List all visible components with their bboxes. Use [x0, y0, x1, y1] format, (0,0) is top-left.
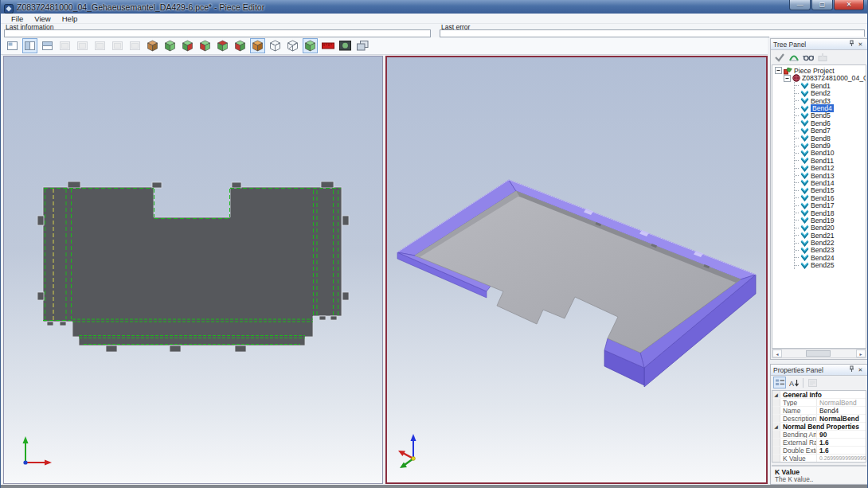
- bend-tool-icon[interactable]: [788, 51, 800, 63]
- properties-panel-header[interactable]: Properties Panel ✕: [771, 365, 867, 376]
- material-icon[interactable]: [320, 38, 335, 53]
- project-icon: [784, 67, 792, 75]
- tree-item-bend20[interactable]: Bend20: [795, 224, 866, 232]
- categorized-icon[interactable]: [773, 377, 786, 388]
- minimize-button[interactable]: —: [789, 0, 811, 10]
- tree-item-bend9[interactable]: Bend9: [795, 142, 866, 149]
- bend-icon: [800, 157, 809, 164]
- view-pane-2-icon[interactable]: [75, 38, 90, 53]
- bend-icon: [800, 217, 809, 224]
- tree-item-bend19[interactable]: Bend19: [795, 217, 866, 224]
- select-tool-icon[interactable]: [773, 51, 786, 63]
- render-mode-icon[interactable]: [338, 38, 353, 53]
- collapse-arrow-icon[interactable]: ◢: [772, 391, 780, 398]
- hidden-line-icon[interactable]: [285, 38, 300, 53]
- tree-item-bend4[interactable]: Bend4: [795, 104, 866, 111]
- property-category[interactable]: ◢Normal Bend Properties: [772, 423, 866, 431]
- pin-icon[interactable]: [847, 40, 856, 49]
- menu-file[interactable]: File: [6, 14, 29, 23]
- bend-icon: [800, 112, 809, 119]
- tree-item-bend15[interactable]: Bend15: [795, 187, 866, 194]
- bend-icon: [800, 209, 809, 217]
- property-row-external-radi-[interactable]: External Radi.1.6: [772, 439, 866, 447]
- tree-panel-toolbar: [771, 50, 867, 64]
- close-button[interactable]: ✕: [834, 0, 864, 10]
- maximize-button[interactable]: ▢: [811, 0, 833, 10]
- tree-item-bend25[interactable]: Bend25: [795, 262, 866, 269]
- pin-icon[interactable]: [847, 365, 856, 374]
- view-split-horizontal-icon[interactable]: [40, 38, 55, 53]
- tree-item-bend6[interactable]: Bend6: [795, 119, 866, 127]
- tree-item-bend3[interactable]: Bend3: [795, 97, 866, 104]
- property-row-description[interactable]: DescriptionNormalBend: [772, 415, 866, 423]
- wireframe-icon[interactable]: [268, 38, 283, 53]
- collapse-icon[interactable]: [784, 75, 791, 82]
- close-icon[interactable]: ✕: [856, 40, 865, 49]
- bend-list: Bend1Bend2Bend3Bend4Bend5Bend6Bend7Bend8…: [794, 82, 866, 269]
- bend-icon: [800, 119, 809, 127]
- property-row-k-value[interactable]: K Value0.26999999999999691: [772, 455, 866, 463]
- close-icon[interactable]: ✕: [856, 365, 865, 374]
- shaded-view-icon[interactable]: [303, 38, 318, 53]
- info-row: Last information Last error: [1, 24, 867, 37]
- menu-help[interactable]: Help: [57, 14, 84, 23]
- view-pane-3-icon[interactable]: [92, 38, 108, 53]
- scroll-right-icon[interactable]: ▸: [856, 349, 866, 357]
- tree-item-bend18[interactable]: Bend18: [795, 209, 866, 217]
- bend-icon: [800, 165, 809, 172]
- tree-item-bend8[interactable]: Bend8: [795, 135, 866, 142]
- tree-item-bend12[interactable]: Bend12: [795, 164, 866, 171]
- tree-item-bend16[interactable]: Bend16: [795, 194, 866, 201]
- property-row-bending-angle[interactable]: Bending Angle90: [772, 431, 866, 439]
- window-controls: —▢✕: [789, 0, 864, 10]
- tree-item-piece-file[interactable]: Z08372481000_04_Gehaeusemantel_DA429-6: [772, 75, 866, 83]
- tree-item-bend23[interactable]: Bend23: [795, 247, 866, 254]
- reference-cube-icon[interactable]: [250, 38, 265, 53]
- last-information-input[interactable]: [4, 29, 431, 37]
- view-pane-4-icon[interactable]: [110, 38, 125, 53]
- tree-item-bend11[interactable]: Bend11: [795, 157, 866, 164]
- property-row-type[interactable]: TypeNormalBend: [772, 399, 866, 407]
- tree-item-bend24[interactable]: Bend24: [795, 254, 866, 261]
- alphabetical-sort-icon[interactable]: A: [788, 377, 800, 388]
- cascade-windows-icon[interactable]: [355, 38, 370, 53]
- tree-item-bend22[interactable]: Bend22: [795, 239, 866, 246]
- tree-item-piece-project[interactable]: Piece Project: [772, 67, 866, 75]
- unbend-face-icon[interactable]: [197, 38, 213, 53]
- view-split-vertical-icon[interactable]: [22, 38, 37, 53]
- property-category[interactable]: ◢General Info: [772, 391, 866, 399]
- solid-part-icon[interactable]: [145, 38, 160, 53]
- glasses-view-icon[interactable]: [802, 51, 815, 63]
- tree-item-bend5[interactable]: Bend5: [795, 112, 866, 119]
- tree-horizontal-scrollbar[interactable]: ◂ ▸: [772, 349, 866, 358]
- tree-item-bend2[interactable]: Bend2: [795, 90, 866, 97]
- viewport-3d-model[interactable]: [385, 56, 768, 484]
- viewport-flat-pattern[interactable]: [3, 56, 383, 484]
- tree-panel-header[interactable]: Tree Panel ✕: [771, 39, 867, 50]
- tree-item-bend1[interactable]: Bend1: [795, 82, 866, 89]
- tree-item-bend10[interactable]: Bend10: [795, 150, 866, 157]
- title-bar[interactable]: Z08372481000_04_Gehaeusemantel_DA429-6.p…: [1, 0, 867, 14]
- collapse-arrow-icon[interactable]: ◢: [772, 423, 780, 430]
- tree-item-bend14[interactable]: Bend14: [795, 179, 866, 186]
- bend-top-icon[interactable]: [215, 38, 230, 53]
- scrollbar-thumb[interactable]: [806, 350, 831, 357]
- property-row-name[interactable]: NameBend4: [772, 407, 866, 415]
- simulation-icon[interactable]: [816, 51, 829, 63]
- view-pane-1-icon[interactable]: [57, 38, 72, 53]
- view-single-icon[interactable]: [5, 38, 20, 53]
- property-row-double-extens[interactable]: Double Extens1.6: [772, 447, 866, 455]
- tree-item-bend13[interactable]: Bend13: [795, 172, 866, 179]
- tree-item-bend17[interactable]: Bend17: [795, 201, 866, 209]
- scroll-left-icon[interactable]: ◂: [772, 349, 782, 357]
- tree-item-bend21[interactable]: Bend21: [795, 232, 866, 239]
- view-pane-5-icon[interactable]: [127, 38, 143, 53]
- sidebar: Tree Panel ✕ Piece Project: [769, 37, 868, 485]
- bend-all-icon[interactable]: [233, 38, 248, 53]
- collapse-icon[interactable]: [775, 67, 782, 74]
- folded-part-icon[interactable]: [162, 38, 178, 53]
- menu-view[interactable]: View: [29, 14, 56, 23]
- tree-item-bend7[interactable]: Bend7: [795, 127, 866, 135]
- property-pages-icon[interactable]: [806, 377, 819, 388]
- bend-face-icon[interactable]: [180, 38, 195, 53]
